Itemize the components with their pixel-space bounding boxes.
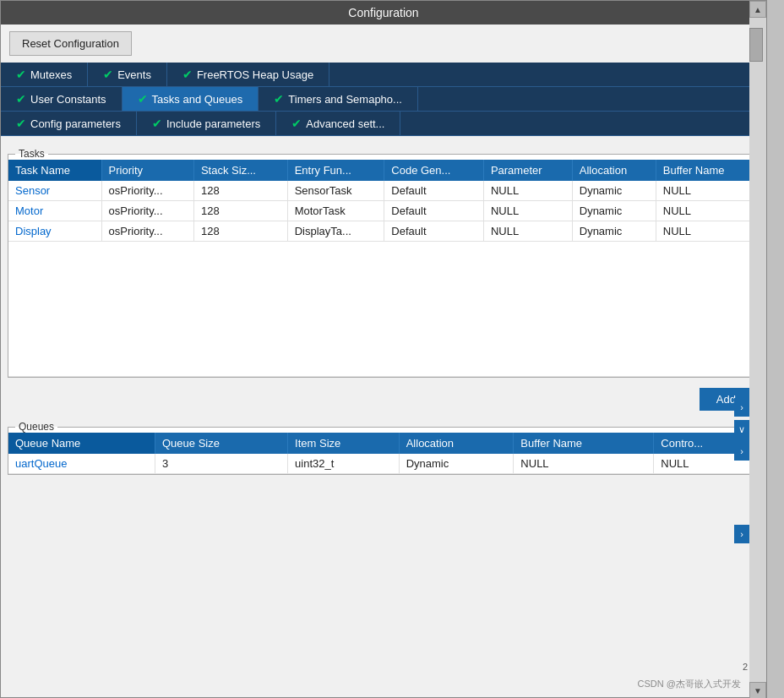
task-param: NULL	[483, 221, 572, 242]
task-entry: SensorTask	[287, 181, 384, 201]
task-codegen: Default	[384, 201, 484, 221]
window-title: Configuration	[348, 6, 418, 19]
task-codegen: Default	[384, 221, 484, 242]
task-name: Display	[8, 221, 101, 242]
task-param: NULL	[483, 201, 572, 221]
tab-check-icon: ✔	[152, 117, 162, 130]
toolbar: Reset Configuration	[1, 25, 766, 63]
col-task-name: Task Name	[8, 160, 101, 181]
task-alloc: Dynamic	[572, 201, 656, 221]
task-priority: osPriority...	[101, 181, 193, 201]
col-queue-size: Queue Size	[155, 433, 288, 454]
col-q-buffer-name: Buffer Name	[514, 433, 654, 454]
tab-timers-label: Timers and Semapho...	[288, 93, 402, 106]
scroll-track	[749, 18, 766, 682]
col-parameter: Parameter	[483, 160, 572, 181]
tab-include-params[interactable]: ✔ Include parameters	[137, 112, 276, 135]
scroll-up-button[interactable]: ▲	[749, 1, 766, 18]
tab-config-params-label: Config parameters	[30, 117, 121, 130]
col-buffer-name: Buffer Name	[656, 160, 758, 181]
scrollbar: ▲ ▼	[749, 1, 766, 698]
tabs-row-2: ✔ User Constants ✔ Tasks and Queues ✔ Ti…	[1, 87, 766, 112]
queues-table-header: Queue Name Queue Size Item Size Allocati…	[8, 433, 759, 454]
title-bar: Configuration	[1, 1, 766, 25]
task-buffer: NULL	[656, 221, 758, 242]
table-row[interactable]: Motor osPriority... 128 MotorTask Defaul…	[8, 201, 759, 221]
task-entry: MotorTask	[287, 201, 384, 221]
queues-legend: Queues	[15, 421, 57, 433]
tab-user-constants-label: User Constants	[30, 93, 106, 106]
add-area: Add	[8, 383, 760, 416]
tab-include-params-label: Include parameters	[166, 117, 260, 130]
tab-timers-semaphores[interactable]: ✔ Timers and Semapho...	[259, 87, 418, 111]
tasks-legend: Tasks	[15, 148, 48, 160]
col-q-allocation: Allocation	[399, 433, 514, 454]
task-name: Motor	[8, 201, 101, 221]
tab-mutexes-label: Mutexes	[30, 68, 72, 81]
content-area: Tasks Task Name Priority Stack Siz... En…	[1, 136, 766, 487]
tab-freertos-heap-label: FreeRTOS Heap Usage	[197, 68, 313, 81]
tab-check-icon: ✔	[16, 68, 26, 81]
tab-config-params[interactable]: ✔ Config parameters	[1, 112, 137, 135]
arrow-down-1[interactable]: ∨	[734, 420, 749, 439]
task-entry: DisplayTa...	[287, 221, 384, 242]
tab-events[interactable]: ✔ Events	[88, 63, 167, 86]
task-buffer: NULL	[656, 201, 758, 221]
arrow-right-3[interactable]: ›	[734, 525, 749, 543]
task-name: Sensor	[8, 181, 101, 201]
arrow-right-2[interactable]: ›	[734, 442, 749, 461]
tab-user-constants[interactable]: ✔ User Constants	[1, 87, 122, 111]
watermark: CSDN @杰哥嵌入式开发	[638, 678, 741, 690]
task-priority: osPriority...	[101, 221, 193, 242]
tab-check-icon: ✔	[16, 117, 26, 130]
task-priority: osPriority...	[101, 201, 193, 221]
tab-mutexes[interactable]: ✔ Mutexes	[1, 63, 88, 86]
table-row[interactable]: Display osPriority... 128 DisplayTa... D…	[8, 221, 759, 242]
table-row[interactable]: uartQueue 3 uint32_t Dynamic NULL NULL	[8, 454, 759, 474]
tab-advanced-label: Advanced sett...	[306, 117, 384, 130]
tab-tasks-queues[interactable]: ✔ Tasks and Queues	[122, 87, 259, 111]
queue-size: 3	[155, 454, 288, 474]
tab-check-icon: ✔	[182, 68, 193, 81]
tab-advanced-settings[interactable]: ✔ Advanced sett...	[276, 112, 400, 135]
task-stack: 128	[193, 181, 287, 201]
tab-freertos-heap[interactable]: ✔ FreeRTOS Heap Usage	[167, 63, 329, 86]
tabs-container: ✔ Mutexes ✔ Events ✔ FreeRTOS Heap Usage…	[1, 63, 766, 136]
col-queue-name: Queue Name	[8, 433, 155, 454]
queue-item-size: uint32_t	[288, 454, 400, 474]
task-stack: 128	[193, 221, 287, 242]
queues-table: Queue Name Queue Size Item Size Allocati…	[8, 433, 759, 474]
queue-buffer: NULL	[514, 454, 654, 474]
col-allocation: Allocation	[572, 160, 656, 181]
col-stack-size: Stack Siz...	[193, 160, 287, 181]
tab-tasks-queues-label: Tasks and Queues	[152, 93, 243, 106]
tab-check-icon: ✔	[274, 92, 284, 106]
table-row-empty	[8, 242, 759, 377]
scroll-down-button[interactable]: ▼	[749, 682, 766, 698]
tasks-table-header: Task Name Priority Stack Siz... Entry Fu…	[8, 160, 759, 181]
queues-table-body: uartQueue 3 uint32_t Dynamic NULL NULL	[8, 454, 759, 474]
tasks-section: Tasks Task Name Priority Stack Siz... En…	[8, 148, 760, 378]
task-alloc: Dynamic	[572, 181, 656, 201]
scroll-thumb[interactable]	[749, 28, 763, 62]
nav-arrows-2: ›	[734, 525, 749, 545]
task-alloc: Dynamic	[572, 221, 656, 242]
queues-section: Queues Queue Name Queue Size Item Size A…	[8, 421, 760, 475]
task-buffer: NULL	[656, 181, 758, 201]
task-param: NULL	[483, 181, 572, 201]
reset-config-button[interactable]: Reset Configuration	[9, 31, 132, 56]
tasks-table-body: Sensor osPriority... 128 SensorTask Defa…	[8, 181, 759, 377]
col-priority: Priority	[101, 160, 193, 181]
tab-check-icon: ✔	[291, 117, 302, 130]
nav-arrows: › ∨ ›	[734, 398, 749, 462]
queue-name: uartQueue	[8, 454, 155, 474]
col-code-gen: Code Gen...	[384, 160, 484, 181]
tab-check-icon: ✔	[16, 92, 26, 106]
tasks-table: Task Name Priority Stack Siz... Entry Fu…	[8, 160, 759, 377]
col-item-size: Item Size	[288, 433, 400, 454]
task-stack: 128	[193, 201, 287, 221]
table-row[interactable]: Sensor osPriority... 128 SensorTask Defa…	[8, 181, 759, 201]
tab-events-label: Events	[117, 68, 151, 81]
page-number: 2	[743, 662, 748, 672]
arrow-right-1[interactable]: ›	[734, 398, 749, 417]
